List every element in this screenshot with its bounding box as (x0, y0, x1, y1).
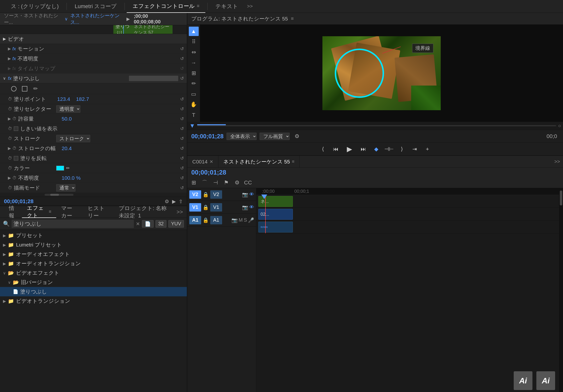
prop-tolerance-val[interactable]: 50.0 (62, 116, 72, 122)
prop-invert-fill-reset[interactable]: ↺ (180, 156, 184, 161)
tab-effect-controls[interactable]: エフェクトコントロール ≡ (127, 0, 205, 13)
effects-tab-menu[interactable]: ≡ (49, 209, 52, 214)
list-item-lumetri-presets[interactable]: ▶ 📁 Lumetri プリセット (0, 240, 187, 249)
color-eyedropper[interactable]: ✏ (66, 165, 70, 171)
pm-tool-pen[interactable]: ✏ (189, 79, 199, 88)
prop-invert-fill[interactable]: ⏱ 塗りを反転 ↺ (0, 153, 187, 163)
effects-search-input[interactable] (12, 220, 134, 228)
prop-paint-point-reset[interactable]: ↺ (180, 96, 184, 102)
list-item-paint-fill[interactable]: 📄 塗りつぶし (0, 287, 187, 296)
pm-scrubber-track[interactable] (197, 125, 556, 126)
tab-effects[interactable]: エフェクト ≡ (22, 206, 56, 218)
prop-paint-selector-select[interactable]: 透明度 (56, 105, 80, 113)
track-cam-icon-v1[interactable]: 📷 (242, 204, 248, 210)
tab-history[interactable]: ヒストリー (83, 206, 114, 218)
ec-export-icon[interactable]: ⇧ (179, 198, 183, 204)
pm-display-select[interactable]: 全体表示 (227, 133, 257, 140)
prop-paint-point-y[interactable]: 182.7 (76, 96, 89, 102)
pb-add[interactable]: + (423, 145, 432, 154)
prop-threshold[interactable]: ⏱ しきい値を表示 ↺ (0, 124, 187, 134)
ec-clip-bar[interactable]: 塗りつぶし ネストされたシーケンス 57 (113, 25, 173, 34)
pm-menu-icon[interactable]: ≡ (291, 16, 294, 21)
tl-tab-more[interactable]: >> (554, 159, 563, 164)
track-lock-v1[interactable]: 🔒 (203, 204, 209, 210)
pm-scrubber[interactable]: ▼ ○ (187, 122, 563, 130)
list-item-video-effects[interactable]: ∨ 📂 ビデオエフェクト (0, 268, 187, 278)
pm-tool-hand[interactable]: ✋ (189, 100, 199, 109)
search-btn-32[interactable]: 32 (156, 220, 166, 228)
tl-tab-nested[interactable]: ネストされたシーケンス 55 ≡ (218, 156, 300, 168)
track-eye-icon-v1[interactable]: 👁 (249, 204, 254, 210)
ec-filter-icon[interactable]: ⚙ (165, 198, 169, 204)
prop-opacity-reset[interactable]: ↺ (180, 56, 184, 61)
pm-tool-zoom[interactable]: ⇔ (189, 48, 199, 57)
section-paint-reset[interactable]: ↺ (180, 76, 184, 81)
pm-tool-arrow[interactable]: → (189, 58, 199, 67)
section-video[interactable]: ▶ ビデオ (0, 34, 187, 44)
tl-tool-razor[interactable]: ⊣ (211, 178, 220, 187)
tl-vscroll[interactable] (559, 188, 563, 392)
tl-tab2-menu[interactable]: ≡ (292, 159, 295, 164)
pm-quality-select[interactable]: フル画質 (260, 133, 290, 140)
track-eye-icon-v2[interactable]: 👁 (249, 192, 254, 197)
pb-insert[interactable]: ⇥ (410, 145, 419, 154)
tab-project[interactable]: プロジェクト: 名称未設定_1 (114, 206, 176, 218)
pb-go-in[interactable]: ⟨ (318, 145, 327, 154)
track-lock-v2[interactable]: 🔒 (203, 192, 209, 197)
tl-tab-c0014[interactable]: C0014 ✕ (187, 156, 218, 168)
prop-tolerance[interactable]: ▶ ⏱ 許容量 50.0 ↺ (0, 114, 187, 124)
paint-tool-rect[interactable] (21, 85, 29, 93)
prop-opacity-row[interactable]: ▶ fx 不透明度 ↺ (0, 54, 187, 64)
prop-motion[interactable]: ▶ fx モーション ↺ (0, 44, 187, 54)
pb-go-out[interactable]: ⟩ (397, 145, 406, 154)
prop-motion-reset[interactable]: ↺ (180, 46, 184, 52)
search-btn-yuv[interactable]: YUV (168, 220, 184, 228)
pm-tool-rect[interactable]: ▭ (189, 89, 199, 99)
tab-markers[interactable]: マーカー (56, 206, 83, 218)
track-mic-icon-a1[interactable]: 🎤 (248, 217, 254, 223)
pm-tool-grid[interactable]: ⠿ (189, 37, 199, 46)
prop-stroke-width-reset[interactable]: ↺ (180, 146, 184, 151)
tl-tool-magnet[interactable]: ⌒ (200, 178, 209, 187)
paint-tool-circle[interactable] (10, 85, 18, 93)
pm-tool-fit[interactable]: ⊞ (189, 69, 199, 78)
prop-paint-point[interactable]: ⏱ 塗りポイント 123.4 182.7 ↺ (0, 94, 187, 104)
prop-threshold-reset[interactable]: ↺ (180, 126, 184, 131)
track-lock-a1[interactable]: 🔒 (203, 217, 209, 223)
pb-in-out[interactable]: ⊣⊢ (385, 145, 393, 154)
prop-tolerance-reset[interactable]: ↺ (180, 116, 184, 122)
prop-stroke[interactable]: ⏱ ストローク ストローク ↺ (0, 134, 187, 143)
prop-stroke-width[interactable]: ▶ ⏱ ストロークの幅 20.4 ↺ (0, 143, 187, 153)
track-m-icon-a1[interactable]: M (239, 217, 243, 223)
pm-settings-icon[interactable]: ⚙ (293, 132, 301, 141)
prop-color[interactable]: ⏱ カラー ✏ ↺ (0, 163, 187, 173)
tl-clip-a1[interactable]: ≈≈≈ (258, 222, 293, 232)
ec-play-icon2[interactable]: ▶ (172, 198, 176, 204)
track-cam-icon-a1[interactable]: 📷 (231, 217, 238, 223)
tl-tab1-close[interactable]: ✕ (210, 159, 213, 164)
pb-play[interactable]: ▶ (344, 144, 355, 155)
prop-draw-mode[interactable]: ⏱ 描画モード 通常 ↺ (0, 183, 187, 193)
tab-text[interactable]: テキスト (210, 0, 244, 13)
tl-tool-flag[interactable]: ⚑ (222, 178, 231, 187)
track-s-icon-a1[interactable]: S (244, 217, 247, 223)
ec-play-icon[interactable]: ▶ (126, 16, 130, 22)
search-clear-button[interactable]: ✕ (136, 221, 140, 227)
list-item-video-transitions[interactable]: ▶ 📁 ビデオトランジション (0, 296, 187, 306)
ec-scrollbar-thumb[interactable] (50, 194, 59, 196)
prop-paint-point-x[interactable]: 123.4 (57, 96, 70, 102)
pb-step-forward[interactable]: ⏭ (359, 145, 368, 154)
ec-playhead[interactable] (123, 25, 124, 34)
prop-color-reset[interactable]: ↺ (180, 165, 184, 171)
tab-info[interactable]: 情報 (4, 206, 22, 218)
prop-timemap[interactable]: ▶ fx タイムリマップ ↺ (0, 64, 187, 73)
prop-stroke-reset[interactable]: ↺ (180, 136, 184, 141)
tab-menu-icon[interactable]: ≡ (197, 3, 199, 9)
track-cam-icon-v2[interactable]: 📷 (242, 192, 248, 197)
prop-timemap-reset[interactable]: ↺ (180, 66, 184, 71)
prop-draw-mode-reset[interactable]: ↺ (180, 185, 184, 191)
prop-opacity-effect-reset[interactable]: ↺ (180, 175, 184, 181)
threshold-checkbox[interactable] (14, 126, 18, 131)
tab-source[interactable]: ス : (クリップなし) (5, 0, 65, 13)
list-item-legacy[interactable]: ∨ 📂 旧バージョン (0, 278, 187, 287)
